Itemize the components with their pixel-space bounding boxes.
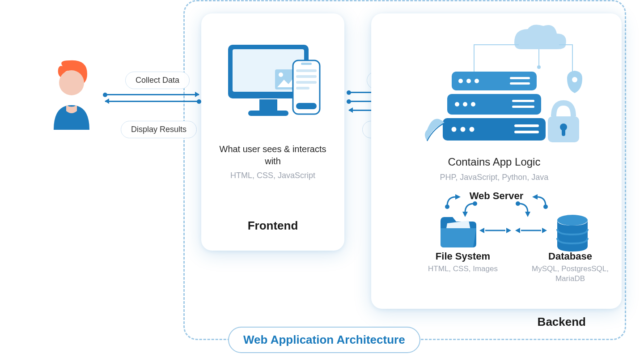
svg-point-21 [475, 79, 479, 83]
server-cluster-icon [420, 22, 572, 158]
svg-point-19 [458, 79, 463, 83]
arrow-frontend-to-user [105, 101, 199, 102]
applogic-technologies: PHP, JavaScript, Python, Java [407, 173, 581, 182]
svg-point-20 [466, 79, 471, 83]
filesystem-title: File System [418, 251, 508, 262]
svg-point-29 [452, 127, 457, 132]
svg-point-30 [461, 127, 466, 132]
svg-rect-27 [512, 100, 534, 102]
svg-point-6 [279, 72, 283, 77]
svg-point-25 [463, 102, 467, 107]
svg-point-31 [470, 127, 475, 132]
database-block: Database MySQL, PostgresSQL, MariaDB [523, 251, 617, 284]
svg-rect-16 [452, 72, 537, 90]
svg-rect-11 [296, 81, 317, 84]
svg-point-14 [537, 65, 541, 69]
svg-point-26 [471, 102, 475, 107]
diagram-title: Web Application Architecture [228, 327, 420, 353]
arrow-user-to-frontend [105, 94, 199, 95]
svg-rect-13 [296, 103, 317, 109]
svg-rect-22 [510, 77, 530, 79]
svg-rect-36 [562, 128, 565, 136]
frontend-title: Frontend [201, 219, 344, 233]
svg-rect-9 [296, 69, 317, 72]
frontend-card: What user sees & interacts with HTML, CS… [201, 13, 344, 251]
backend-title: Backend [538, 315, 586, 329]
database-sub: MySQL, PostgresSQL, MariaDB [523, 264, 617, 284]
svg-rect-8 [301, 63, 312, 65]
svg-point-37 [557, 215, 588, 226]
webserver-label-block: Web Server [456, 190, 537, 202]
monitor-phone-icon [224, 36, 322, 136]
svg-rect-3 [259, 99, 277, 111]
svg-rect-17 [447, 94, 541, 115]
webserver-label: Web Server [456, 190, 537, 202]
svg-point-15 [572, 77, 577, 82]
svg-rect-33 [514, 131, 539, 133]
folder-icon [438, 213, 479, 250]
frontend-description: What user sees & interacts with [210, 143, 335, 167]
applogic-block: Contains App Logic PHP, JavaScript, Pyth… [407, 148, 581, 182]
database-title: Database [523, 251, 617, 262]
svg-rect-23 [510, 82, 530, 85]
svg-point-24 [455, 102, 459, 107]
filesystem-sub: HTML, CSS, Images [418, 264, 508, 274]
database-icon [555, 215, 590, 255]
filesystem-block: File System HTML, CSS, Images [418, 251, 508, 274]
label-display-results: Display Results [121, 121, 197, 138]
applogic-title: Contains App Logic [407, 155, 581, 169]
svg-rect-18 [443, 118, 546, 141]
label-collect-data: Collect Data [125, 72, 190, 89]
svg-rect-32 [514, 124, 539, 127]
svg-rect-10 [296, 75, 317, 78]
svg-rect-12 [296, 87, 309, 90]
frontend-technologies: HTML, CSS, JavaScript [210, 171, 335, 180]
user-icon [45, 58, 98, 130]
svg-point-0 [59, 70, 84, 95]
svg-rect-4 [248, 111, 288, 116]
svg-rect-28 [512, 106, 534, 108]
